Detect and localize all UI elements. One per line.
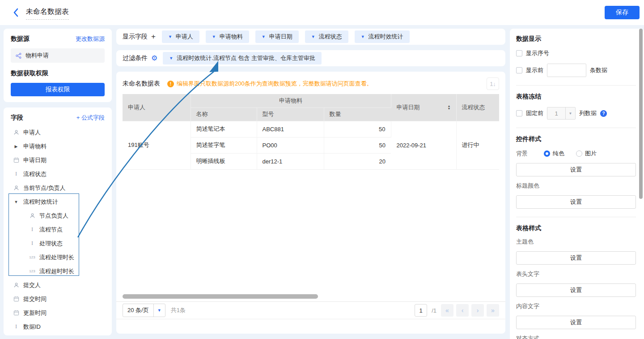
- prev-page-button[interactable]: ‹: [456, 304, 469, 317]
- next-page-button[interactable]: ›: [471, 304, 484, 317]
- chevron-down-icon: ▼: [153, 304, 165, 317]
- sort-order-button[interactable]: 1↓: [487, 77, 499, 90]
- fix-first-checkbox[interactable]: [516, 110, 522, 116]
- field-item[interactable]: 123 流程超时时长: [11, 264, 105, 278]
- display-field-chip[interactable]: ▼申请物料: [206, 30, 249, 43]
- cell-material-name: 简述笔记本: [191, 121, 257, 137]
- widget-style-title: 控件样式: [516, 135, 636, 143]
- field-item[interactable]: 当前节点/负责人: [11, 181, 105, 195]
- field-group-label: 流程时效统计: [23, 198, 58, 206]
- display-field-chip[interactable]: ▼流程时效统计: [355, 30, 410, 43]
- solid-color-radio[interactable]: 纯色: [544, 150, 564, 158]
- user-icon: [29, 213, 36, 219]
- datasource-card: 数据源 更改数据源 物料申请 数据获取权限 报表权限: [4, 29, 112, 102]
- save-button[interactable]: 保存: [605, 6, 640, 19]
- chevron-down-icon: ▼: [168, 34, 172, 39]
- datasource-item-label: 物料申请: [25, 51, 49, 60]
- cell-material-model: der12-1: [257, 153, 324, 169]
- field-label: 提交时间: [23, 295, 47, 303]
- field-item[interactable]: 更新时间: [11, 306, 105, 320]
- chip-label: 流程状态: [319, 33, 342, 41]
- page-title[interactable]: 未命名数据表: [26, 7, 69, 20]
- field-item[interactable]: I 流程节点: [11, 223, 105, 236]
- field-item[interactable]: I 流程状态: [11, 167, 105, 181]
- field-item[interactable]: ▶ 申请物料: [11, 139, 105, 153]
- cell-material-qty: 50: [324, 121, 391, 137]
- plus-icon: +: [76, 114, 80, 121]
- content-text-set-button[interactable]: 设置: [516, 316, 636, 329]
- solid-label: 纯色: [553, 150, 564, 158]
- content-text-label: 内容文字: [516, 302, 636, 310]
- chevron-down-icon: ▼: [565, 107, 575, 119]
- calendar-icon: [13, 296, 20, 302]
- divider: [516, 85, 636, 86]
- cell-material-qty: 20: [324, 153, 391, 169]
- show-first-label: 显示前: [526, 66, 543, 74]
- last-page-button[interactable]: »: [487, 304, 499, 317]
- freeze-title: 表格冻结: [516, 93, 636, 101]
- number-field-icon: 123: [29, 269, 36, 273]
- report-permission-button[interactable]: 报表权限: [11, 83, 105, 96]
- field-group-header[interactable]: ▼ 流程时效统计: [11, 195, 105, 209]
- warning-icon: !: [167, 81, 174, 87]
- change-datasource-link[interactable]: 更改数据源: [76, 35, 105, 43]
- col-header-date[interactable]: 申请日期 ▲▼: [391, 94, 456, 121]
- field-label: 申请日期: [23, 156, 47, 164]
- field-item[interactable]: I 处理状态: [11, 236, 105, 250]
- title-color-set-button[interactable]: 设置: [516, 195, 636, 209]
- fix-first-label: 固定前: [526, 109, 543, 117]
- display-field-chip[interactable]: ▼流程状态: [305, 30, 348, 43]
- first-page-button[interactable]: «: [441, 304, 453, 317]
- page-size-value: 20 条/页: [123, 304, 153, 317]
- warning-text: 编辑界面只取数据源前200条作为查询数据预览，完整数据请访问页面查看。: [177, 80, 373, 88]
- filter-label: 过滤条件: [123, 54, 148, 62]
- chip-label: 申请日期: [269, 33, 292, 41]
- background-set-button[interactable]: 设置: [516, 163, 636, 176]
- field-label: 流程状态: [23, 170, 47, 178]
- horizontal-scrollbar-thumb[interactable]: [123, 294, 318, 299]
- filter-condition-label: 流程时效统计.流程节点 包含 主管审批、仓库主管审批: [177, 54, 315, 62]
- cell-material-name: 简述签字笔: [191, 137, 257, 153]
- field-item[interactable]: 申请日期: [11, 153, 105, 167]
- add-display-field-button[interactable]: +: [151, 32, 156, 41]
- show-first-count-input[interactable]: [547, 64, 586, 77]
- display-fields-bar: 显示字段 + ▼申请人 ▼申请物料 ▼申请日期 ▼流程状态 ▼流程时效统计: [116, 29, 505, 45]
- page-size-select[interactable]: 20 条/页 ▼: [123, 304, 165, 317]
- show-index-checkbox[interactable]: [516, 50, 522, 56]
- header-text-set-button[interactable]: 设置: [516, 283, 636, 297]
- show-first-checkbox[interactable]: [516, 67, 522, 73]
- help-icon[interactable]: ?: [600, 110, 607, 117]
- field-item[interactable]: 提交时间: [11, 292, 105, 306]
- total-pages: /1: [432, 307, 436, 314]
- datasource-item[interactable]: 物料申请: [11, 48, 105, 63]
- col-header-name: 名称: [191, 107, 257, 121]
- display-field-chip[interactable]: ▼申请日期: [255, 30, 299, 43]
- field-item[interactable]: 提交人: [11, 278, 105, 292]
- user-icon: [13, 185, 20, 191]
- image-radio[interactable]: 图片: [576, 150, 597, 158]
- fix-columns-value: 1: [547, 110, 565, 117]
- cell-status: 进行中: [456, 121, 499, 169]
- display-fields-label: 显示字段: [123, 33, 148, 41]
- theme-color-set-button[interactable]: 设置: [516, 251, 636, 265]
- field-item[interactable]: I 数据ID: [11, 320, 105, 334]
- chevron-down-icon: ▼: [311, 34, 315, 39]
- filter-bar: 过滤条件 ⚙ ▼流程时效统计.流程节点 包含 主管审批、仓库主管审批: [116, 50, 505, 66]
- gear-icon[interactable]: ⚙: [151, 55, 157, 62]
- filter-condition-chip[interactable]: ▼流程时效统计.流程节点 包含 主管审批、仓库主管审批: [163, 52, 322, 64]
- chevron-down-icon: ▼: [169, 56, 173, 60]
- field-item[interactable]: 节点负责人: [11, 209, 105, 223]
- current-page-input[interactable]: 1: [415, 304, 427, 317]
- horizontal-scrollbar[interactable]: [123, 294, 499, 299]
- data-display-title: 数据显示: [516, 35, 636, 43]
- back-button[interactable]: [12, 8, 21, 17]
- vertical-scrollbar-thumb[interactable]: [639, 29, 643, 199]
- display-field-chip[interactable]: ▼申请人: [162, 30, 199, 43]
- sort-toggle-icon[interactable]: ▲▼: [448, 105, 451, 110]
- field-label: 数据ID: [23, 323, 41, 331]
- fix-columns-select[interactable]: 1 ▼: [547, 107, 576, 120]
- field-item[interactable]: 123 流程处理时长: [11, 250, 105, 264]
- cell-material-name: 明晰插线板: [191, 153, 257, 169]
- field-item[interactable]: 申请人: [11, 125, 105, 139]
- add-formula-field-link[interactable]: + 公式字段: [76, 114, 105, 122]
